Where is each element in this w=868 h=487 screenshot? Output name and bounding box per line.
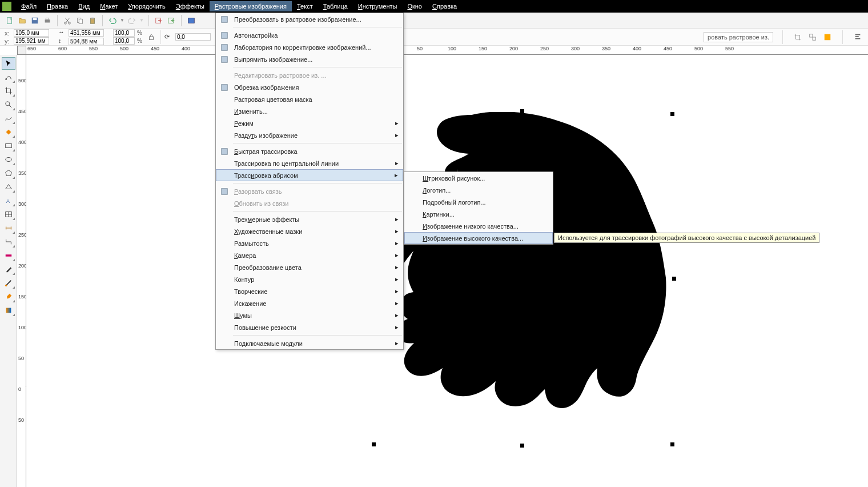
polygon-tool[interactable] xyxy=(2,167,15,179)
freehand-tool[interactable] xyxy=(2,112,15,125)
table-tool[interactable] xyxy=(2,208,15,221)
text-tool[interactable]: A xyxy=(2,194,15,207)
selection-handle-tm[interactable] xyxy=(520,109,524,113)
align-button[interactable] xyxy=(852,31,863,43)
lab-icon xyxy=(219,42,230,53)
selection-handle-bm[interactable] xyxy=(520,444,524,448)
menu-item[interactable]: Изображение низкого качества... xyxy=(404,220,553,232)
menu-item[interactable]: Размытость▸ xyxy=(216,237,403,249)
menu-item[interactable]: Штриховой рисунок... xyxy=(404,172,553,184)
rotate-input[interactable] xyxy=(175,33,211,41)
new-button[interactable] xyxy=(5,15,15,26)
copy-button[interactable] xyxy=(75,15,85,26)
interactive-tool[interactable] xyxy=(2,249,15,262)
dimension-tool[interactable] xyxy=(2,222,15,234)
selection-handle-br[interactable] xyxy=(670,442,674,446)
menu-item[interactable]: Творческие▸ xyxy=(216,285,403,297)
undo-button[interactable] xyxy=(107,15,118,26)
menu-item[interactable]: Преобразование цвета▸ xyxy=(216,261,403,273)
svg-rect-27 xyxy=(222,16,228,22)
x-input[interactable] xyxy=(14,29,49,37)
menu-item[interactable]: Повышение резкости▸ xyxy=(216,321,403,333)
menu-вид[interactable]: Вид xyxy=(73,1,95,11)
menu-справка[interactable]: Справка xyxy=(427,1,462,11)
menu-item[interactable]: Выпрямить изображение... xyxy=(216,53,403,65)
svg-text:A: A xyxy=(6,198,10,204)
basic-shapes-tool[interactable] xyxy=(2,181,15,193)
menu-файл[interactable]: Файл xyxy=(16,1,42,11)
fullscreen-button[interactable] xyxy=(186,15,196,26)
menu-item[interactable]: Обрезка изображения xyxy=(216,81,403,93)
rectangle-tool[interactable] xyxy=(2,139,15,152)
menu-item[interactable]: Изображение высокого качества... xyxy=(404,232,553,244)
menu-эффекты[interactable]: Эффекты xyxy=(171,1,210,11)
selection-handle-mr[interactable] xyxy=(672,277,676,281)
menu-item[interactable]: Лаборатория по корректировке изображений… xyxy=(216,41,403,53)
bitmap-color-mask-button[interactable] xyxy=(822,31,833,43)
lock-ratio-button[interactable] xyxy=(146,31,157,43)
menu-item[interactable]: Растровая цветовая маска xyxy=(216,93,403,105)
menu-item[interactable]: Быстрая трассировка xyxy=(216,145,403,157)
scale-y-input[interactable] xyxy=(113,37,135,45)
pick-tool[interactable] xyxy=(2,57,15,70)
scale-x-input[interactable] xyxy=(113,29,135,37)
menu-инструменты[interactable]: Инструменты xyxy=(353,1,403,11)
menu-item[interactable]: Автонастройка xyxy=(216,29,403,41)
menu-item[interactable]: Подключаемые модули▸ xyxy=(216,337,403,349)
resample-button[interactable] xyxy=(807,31,818,43)
svg-rect-30 xyxy=(222,56,228,62)
paste-button[interactable] xyxy=(87,15,98,26)
menu-упорядочить[interactable]: Упорядочить xyxy=(123,1,170,11)
menu-item[interactable]: Контур▸ xyxy=(216,273,403,285)
width-input[interactable] xyxy=(69,29,104,37)
menu-item[interactable]: Камера▸ xyxy=(216,249,403,261)
menu-item[interactable]: Шумы▸ xyxy=(216,309,403,321)
menu-правка[interactable]: Правка xyxy=(42,1,73,11)
menu-окно[interactable]: Окно xyxy=(402,1,427,11)
ellipse-tool[interactable] xyxy=(2,153,15,166)
redo-button[interactable] xyxy=(127,15,137,26)
y-input[interactable] xyxy=(14,37,49,45)
crop-bitmap-button[interactable] xyxy=(792,31,803,43)
edit-bitmap-button[interactable]: ровать растровое из. xyxy=(704,32,773,42)
menu-item[interactable]: Логотип... xyxy=(404,184,553,196)
zoom-tool[interactable] xyxy=(2,98,15,111)
menu-текст[interactable]: Текст xyxy=(292,1,318,11)
height-icon: ↕ xyxy=(58,37,66,45)
menu-item[interactable]: Режим▸ xyxy=(216,117,403,129)
eyedropper-tool[interactable] xyxy=(2,263,15,276)
selection-handle-tr[interactable] xyxy=(670,112,674,116)
smart-fill-tool[interactable] xyxy=(2,126,15,138)
menu-item[interactable]: Подробный логотип... xyxy=(404,196,553,208)
menu-item[interactable]: Трассировка по центральной линии▸ xyxy=(216,157,403,169)
export-button[interactable] xyxy=(166,15,176,26)
menu-item[interactable]: Трехмерные эффекты▸ xyxy=(216,213,403,225)
menu-item[interactable]: Искажение▸ xyxy=(216,297,403,309)
print-button[interactable] xyxy=(42,15,53,26)
crop-tool[interactable] xyxy=(2,85,15,97)
rotate-icon: ⟳ xyxy=(164,33,170,41)
cut-button[interactable] xyxy=(62,15,73,26)
menu-растровые изображения[interactable]: Растровые изображения xyxy=(210,1,292,11)
height-input[interactable] xyxy=(69,38,104,45)
selection-handle-bl[interactable] xyxy=(372,442,376,446)
save-button[interactable] xyxy=(30,15,40,26)
menu-item[interactable]: Художественные мазки▸ xyxy=(216,225,403,237)
outline-tool[interactable] xyxy=(2,277,15,289)
shape-tool[interactable] xyxy=(2,71,15,83)
ruler-origin[interactable] xyxy=(17,46,26,55)
open-button[interactable] xyxy=(17,15,27,26)
interactive-fill-tool[interactable] xyxy=(2,304,15,317)
canvas[interactable] xyxy=(26,55,868,487)
selection-center[interactable] xyxy=(519,275,525,281)
connector-tool[interactable] xyxy=(2,235,15,248)
menu-макет[interactable]: Макет xyxy=(95,1,123,11)
menu-item[interactable]: Преобразовать в растровое изображение... xyxy=(216,13,403,25)
menu-item[interactable]: Изменить... xyxy=(216,105,403,117)
menu-item[interactable]: Раздуть изображение▸ xyxy=(216,129,403,141)
fill-tool[interactable] xyxy=(2,290,15,303)
menu-item[interactable]: Трассировка абрисом▸ xyxy=(216,169,403,181)
menu-item[interactable]: Картинки... xyxy=(404,208,553,220)
menu-таблица[interactable]: Таблица xyxy=(318,1,353,11)
import-button[interactable] xyxy=(154,15,164,26)
